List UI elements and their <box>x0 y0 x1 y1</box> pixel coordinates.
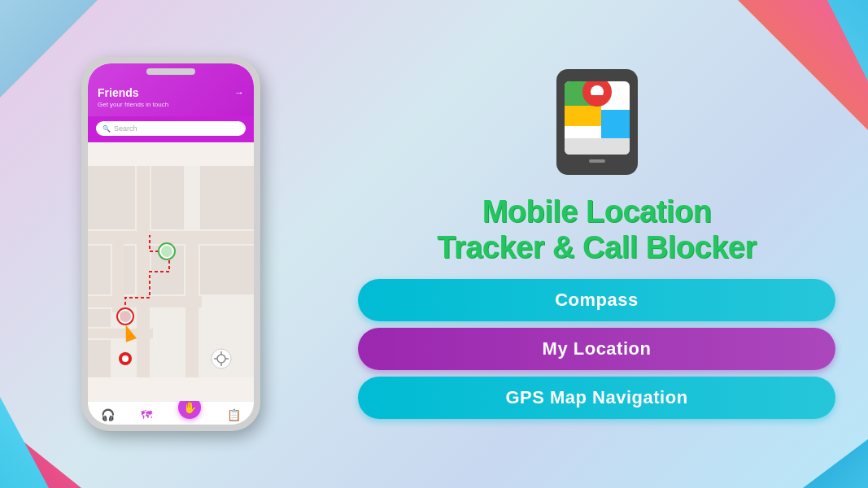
right-section: Mobile Location Tracker & Call Blocker C… <box>342 53 868 434</box>
map-pin-icon <box>582 81 612 115</box>
search-icon: 🔍 <box>103 125 111 133</box>
svg-point-20 <box>161 246 172 257</box>
svg-rect-14 <box>200 166 254 229</box>
svg-point-18 <box>120 311 131 322</box>
svg-rect-7 <box>88 166 135 229</box>
svg-rect-10 <box>88 309 111 327</box>
phone-notch <box>146 68 195 75</box>
header-arrow: → <box>234 87 244 98</box>
main-content: Friends → Get your friends in touch 🔍 Se… <box>0 0 868 488</box>
phone-icon-home-button <box>589 159 605 163</box>
app-icon-container <box>556 69 638 175</box>
svg-rect-4 <box>88 296 202 307</box>
nav-icon-map[interactable]: 🗺 <box>141 408 152 421</box>
my-location-label: My Location <box>543 338 652 359</box>
svg-rect-6 <box>88 329 153 338</box>
compass-button[interactable]: Compass <box>358 279 835 321</box>
phone-icon-screen <box>565 81 630 155</box>
bottom-nav: 🎧 🗺 ✋ 📋 <box>88 401 254 425</box>
phone-section: Friends → Get your friends in touch 🔍 Se… <box>0 41 342 447</box>
phone-icon <box>556 69 638 175</box>
search-input-mock[interactable]: 🔍 Search <box>96 121 246 136</box>
my-location-button[interactable]: My Location <box>358 328 835 370</box>
gps-navigation-button[interactable]: GPS Map Navigation <box>358 377 835 419</box>
map-area <box>88 142 254 401</box>
search-placeholder: Search <box>114 124 137 133</box>
svg-rect-13 <box>200 246 254 294</box>
svg-rect-15 <box>124 246 135 294</box>
feature-buttons: Compass My Location GPS Map Navigation <box>358 279 835 419</box>
main-title: Mobile Location Tracker & Call Blocker <box>437 194 756 265</box>
app-header-title: Friends → <box>98 86 244 99</box>
phone-screen: Friends → Get your friends in touch 🔍 Se… <box>88 63 254 425</box>
map-svg <box>88 142 254 401</box>
app-title-line1: Mobile Location Tracker & Call Blocker <box>437 194 756 265</box>
app-header-subtitle: Get your friends in touch <box>98 101 244 108</box>
svg-rect-8 <box>151 166 184 229</box>
nav-icon-headphone[interactable]: 🎧 <box>101 408 115 421</box>
svg-rect-9 <box>88 246 111 294</box>
friends-title: Friends <box>98 86 139 99</box>
compass-label: Compass <box>555 290 639 311</box>
svg-point-22 <box>122 355 129 362</box>
svg-rect-5 <box>112 231 124 312</box>
search-bar-container: 🔍 Search <box>88 116 254 142</box>
svg-rect-11 <box>88 340 111 377</box>
gps-nav-label: GPS Map Navigation <box>505 387 687 408</box>
phone-mockup: Friends → Get your friends in touch 🔍 Se… <box>81 57 260 431</box>
svg-rect-2 <box>137 166 150 377</box>
nav-icon-list[interactable]: 📋 <box>227 408 241 421</box>
nav-fab-icon: ✋ <box>183 401 197 414</box>
map-tile-gray <box>565 138 630 155</box>
